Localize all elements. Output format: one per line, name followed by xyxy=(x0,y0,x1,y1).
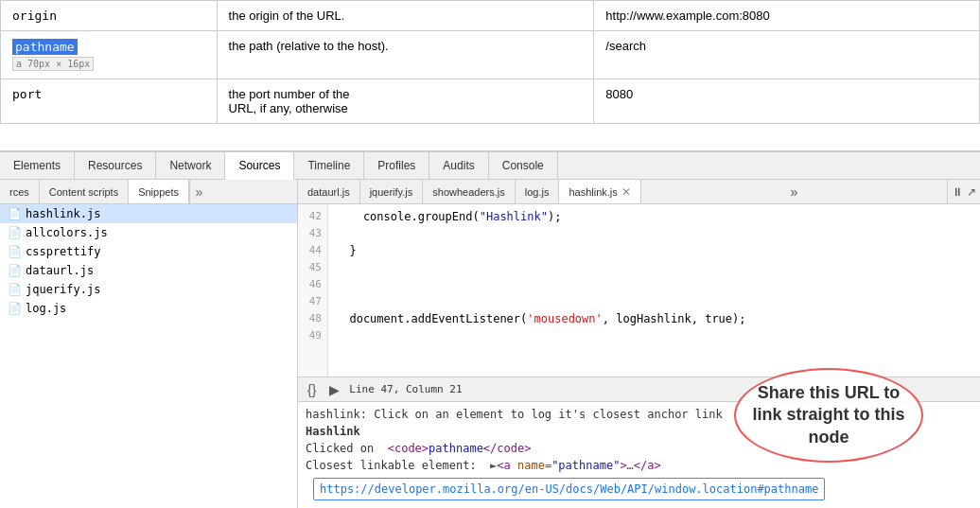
tab-resources[interactable]: Resources xyxy=(75,152,156,179)
a-attr: name="pathname" xyxy=(517,459,620,472)
table-row: port the port number of theURL, if any, … xyxy=(1,79,980,124)
devtools-toolbar: Elements Resources Network Sources Timel… xyxy=(0,151,980,180)
sources-sidebar: rces Content scripts Snippets » 📄 hashli… xyxy=(0,180,298,508)
step-icon[interactable]: ↗ xyxy=(967,185,976,199)
tab-elements[interactable]: Elements xyxy=(0,152,75,179)
subtab-snippets[interactable]: Snippets xyxy=(129,180,189,203)
code-editor[interactable]: 42 43 44 45 46 47 48 49 console.groupEnd… xyxy=(298,204,980,377)
close-icon[interactable]: ✕ xyxy=(621,185,631,199)
share-tooltip-text: Share this URL to link straight to this … xyxy=(745,382,912,448)
code-tab-log[interactable]: log.js xyxy=(516,180,560,203)
code-tab-hashlink[interactable]: hashlink.js ✕ xyxy=(559,180,640,203)
desc-port: the port number of theURL, if any, other… xyxy=(217,79,594,124)
subtab-content-scripts[interactable]: Content scripts xyxy=(40,180,129,203)
code-close-tag: </code> xyxy=(483,442,532,455)
property-port: port xyxy=(1,79,218,124)
tab-console[interactable]: Console xyxy=(489,152,558,179)
subtab-more-btn[interactable]: » xyxy=(189,180,208,203)
tab-sources[interactable]: Sources xyxy=(225,152,294,180)
file-name-allcolors: allcolors.js xyxy=(26,226,108,239)
doc-area: origin the origin of the URL. http://www… xyxy=(0,0,980,151)
code-tag: <code> xyxy=(388,442,429,455)
tab-timeline[interactable]: Timeline xyxy=(294,152,364,179)
doc-table: origin the origin of the URL. http://www… xyxy=(0,0,980,124)
code-area: dataurl.js jquerify.js showheaders.js lo… xyxy=(298,180,980,508)
file-name-log: log.js xyxy=(26,302,66,315)
code-tab-icons: ⏸ ↗ xyxy=(947,180,980,203)
code-line-46 xyxy=(336,344,972,361)
example-origin: http://www.example.com:8080 xyxy=(594,1,980,31)
code-content-tag: pathname xyxy=(429,442,483,455)
code-tabs: dataurl.js jquerify.js showheaders.js lo… xyxy=(298,180,980,204)
file-icon-allcolors: 📄 xyxy=(8,226,22,239)
code-tab-dataurl[interactable]: dataurl.js xyxy=(298,180,360,203)
desc-pathname: the path (relative to the host). xyxy=(217,31,594,79)
code-content: console.groupEnd("Hashlink"); } document… xyxy=(328,204,980,377)
tab-network[interactable]: Network xyxy=(156,152,225,179)
line-numbers: 42 43 44 45 46 47 48 49 xyxy=(298,204,328,377)
file-icon-dataurl: 📄 xyxy=(8,264,22,277)
sources-panel: rces Content scripts Snippets » 📄 hashli… xyxy=(0,180,980,508)
file-name-hashlink: hashlink.js xyxy=(26,207,100,220)
file-icon-cssprettify: 📄 xyxy=(8,245,22,258)
play-icon[interactable]: ▶ xyxy=(325,380,343,399)
pause-icon[interactable]: ⏸ xyxy=(952,185,963,199)
file-name-cssprettify: cssprettify xyxy=(26,245,100,258)
code-line-44 xyxy=(336,276,972,293)
console-line-4: Closest linkable element: ►<a name="path… xyxy=(306,457,972,474)
tab-profiles[interactable]: Profiles xyxy=(364,152,429,179)
console-area: {} ▶ Line 47, Column 21 hashlink: Click … xyxy=(298,377,980,508)
file-item-allcolors[interactable]: 📄 allcolors.js xyxy=(0,223,297,242)
file-item-dataurl[interactable]: 📄 dataurl.js xyxy=(0,261,297,280)
url-bar[interactable]: https://developer.mozilla.org/en-US/docs… xyxy=(313,478,825,500)
code-tab-hashlink-label: hashlink.js xyxy=(569,186,617,198)
pathname-highlight: pathname xyxy=(12,39,78,55)
more-tabs-btn[interactable]: » xyxy=(784,180,803,203)
pathname-size: a 70px × 16px xyxy=(12,57,94,71)
file-item-log[interactable]: 📄 log.js xyxy=(0,299,297,318)
property-origin: origin xyxy=(1,1,218,31)
code-line-42: console.groupEnd("Hashlink"); xyxy=(336,208,972,225)
file-name-dataurl: dataurl.js xyxy=(26,264,94,277)
table-row: pathname a 70px × 16px the path (relativ… xyxy=(1,31,980,79)
tab-audits[interactable]: Audits xyxy=(429,152,488,179)
property-pathname: pathname a 70px × 16px xyxy=(1,31,218,79)
subtab-sources[interactable]: rces xyxy=(0,180,40,203)
file-list: 📄 hashlink.js 📄 allcolors.js 📄 csspretti… xyxy=(0,204,297,508)
console-status: Line 47, Column 21 xyxy=(349,383,462,395)
file-item-hashlink[interactable]: 📄 hashlink.js xyxy=(0,204,297,223)
file-name-jquerify: jquerify.js xyxy=(26,283,100,296)
file-icon-jquerify: 📄 xyxy=(8,283,22,296)
example-port: 8080 xyxy=(594,79,980,124)
file-item-cssprettify[interactable]: 📄 cssprettify xyxy=(0,242,297,261)
table-row: origin the origin of the URL. http://www… xyxy=(1,1,980,31)
code-line-43: } xyxy=(336,242,972,259)
format-icon[interactable]: {} xyxy=(304,380,320,399)
a-tag: <a xyxy=(497,459,510,472)
sources-subtabs: rces Content scripts Snippets » xyxy=(0,180,297,204)
file-icon-log: 📄 xyxy=(8,302,22,315)
share-tooltip: Share this URL to link straight to this … xyxy=(734,368,923,463)
code-tab-jquerify[interactable]: jquerify.js xyxy=(360,180,424,203)
file-item-jquerify[interactable]: 📄 jquerify.js xyxy=(0,280,297,299)
file-icon-hashlink: 📄 xyxy=(8,207,22,220)
code-line-45: document.addEventListener('mousedown', l… xyxy=(336,310,972,327)
desc-origin: the origin of the URL. xyxy=(217,1,594,31)
example-pathname: /search xyxy=(594,31,980,79)
code-tab-showheaders[interactable]: showheaders.js xyxy=(423,180,515,203)
